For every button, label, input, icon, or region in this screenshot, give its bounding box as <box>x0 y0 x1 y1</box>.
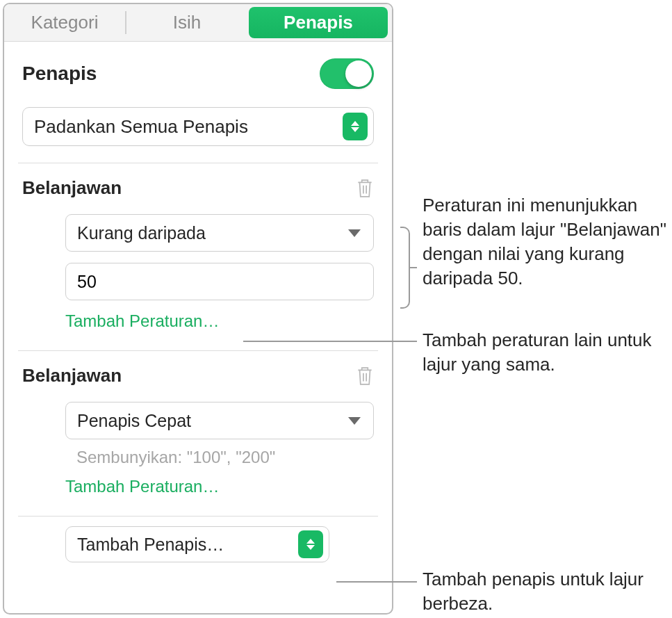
rule-type-label: Kurang daripada <box>77 223 206 243</box>
filter-group: Belanjawan Kurang daripada Tambah Peratu… <box>4 163 392 350</box>
add-rule-label: Tambah Peraturan… <box>65 311 219 330</box>
callout-text: Tambah peraturan lain untuk lajur yang s… <box>423 328 659 377</box>
tab-label: Isih <box>173 12 201 33</box>
add-rule-button[interactable]: Tambah Peraturan… <box>22 477 374 496</box>
toggle-knob <box>345 60 372 87</box>
tab-label: Penapis <box>284 12 353 33</box>
add-filter-select[interactable]: Tambah Penapis… <box>65 526 329 562</box>
chevron-down-icon <box>348 417 361 425</box>
tab-penapis[interactable]: Penapis <box>249 7 388 38</box>
delete-filter-button[interactable] <box>356 366 374 387</box>
add-rule-label: Tambah Peraturan… <box>65 477 219 496</box>
trash-icon <box>356 366 374 387</box>
filter-group: Belanjawan Penapis Cepat Sembunyikan: "1… <box>4 351 392 516</box>
rule-row: Penapis Cepat <box>22 402 374 439</box>
add-filter-row: Tambah Penapis… <box>4 517 392 562</box>
filter-group-head: Belanjawan <box>22 177 374 199</box>
match-mode-label: Padankan Semua Penapis <box>34 116 248 138</box>
add-rule-button[interactable]: Tambah Peraturan… <box>22 311 374 331</box>
panel-tabs-bar: Kategori Isih Penapis <box>4 4 392 42</box>
match-mode-select[interactable]: Padankan Semua Penapis <box>22 107 374 146</box>
filter-panel: Kategori Isih Penapis Penapis Padankan S… <box>3 3 393 615</box>
tab-isih[interactable]: Isih <box>126 4 247 41</box>
callout-leader <box>243 341 417 342</box>
callout-text: Peraturan ini menunjukkan baris dalam la… <box>423 193 667 291</box>
callout-bracket <box>400 227 410 309</box>
rule-row: Kurang daripada <box>22 214 374 252</box>
filters-enabled-toggle[interactable] <box>320 58 374 89</box>
rule-type-select[interactable]: Penapis Cepat <box>65 402 374 439</box>
add-filter-label: Tambah Penapis… <box>77 535 224 555</box>
filter-header-title: Penapis <box>22 63 97 85</box>
callout-leader <box>336 581 417 583</box>
filter-header-row: Penapis <box>4 42 392 103</box>
filter-column-title: Belanjawan <box>22 365 122 387</box>
stepper-icon <box>343 113 368 140</box>
rule-type-select[interactable]: Kurang daripada <box>65 214 374 252</box>
filter-column-title: Belanjawan <box>22 177 122 199</box>
tab-kategori[interactable]: Kategori <box>4 4 125 41</box>
trash-icon <box>356 178 374 199</box>
match-mode-row: Padankan Semua Penapis <box>4 103 392 163</box>
tab-label: Kategori <box>31 12 99 33</box>
filter-group-head: Belanjawan <box>22 365 374 387</box>
quick-filter-summary: Sembunyikan: "100", "200" <box>22 448 374 467</box>
rule-value-input[interactable] <box>65 263 374 300</box>
rule-row <box>22 263 374 300</box>
delete-filter-button[interactable] <box>356 178 374 199</box>
callout-text: Tambah penapis untuk lajur berbeza. <box>423 567 645 616</box>
chevron-down-icon <box>348 229 361 237</box>
rule-type-label: Penapis Cepat <box>77 411 191 431</box>
stepper-icon <box>298 530 323 558</box>
callout-leader <box>410 267 417 268</box>
